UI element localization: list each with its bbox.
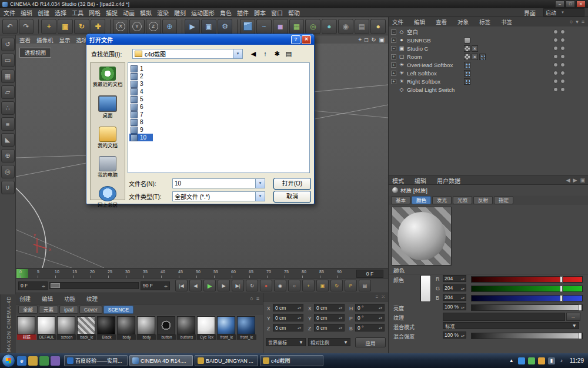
object-row[interactable]: −◇空白 (389, 28, 588, 36)
goto-end-button[interactable]: ▶| (232, 280, 244, 291)
menubar-item-1[interactable]: 编辑 (21, 8, 32, 17)
start-button[interactable] (2, 354, 15, 367)
pos-z-field[interactable]: 0 cm▴▾ (273, 324, 303, 331)
points-mode-button[interactable]: ∴ (1, 101, 15, 115)
material-menu-item-0[interactable]: 创建 (19, 294, 31, 303)
last-tool-button[interactable]: ✚ (91, 19, 106, 34)
coordinate-mode-select[interactable]: 世界坐标▼ (266, 338, 306, 346)
object-row[interactable]: −▣Studio C✕ (389, 44, 588, 52)
render-settings-button[interactable]: ⚙ (218, 19, 233, 34)
maximize-button[interactable]: □ (566, 1, 575, 8)
play-button[interactable]: ▶ (203, 280, 216, 291)
view-menu-icon[interactable]: ▤ (283, 49, 295, 59)
timeline-slider-handle[interactable] (51, 283, 60, 288)
quicklaunch-player-icon[interactable] (51, 356, 60, 366)
object-row[interactable]: +▢Room✕ (389, 52, 588, 61)
tex-tag-icon[interactable] (464, 54, 470, 60)
material-thumbnail[interactable] (57, 316, 75, 334)
menubar-item-11[interactable]: 运动图形 (191, 8, 215, 17)
record-keyframe-button[interactable]: ● (260, 280, 272, 291)
workplane-mode-button[interactable]: ▱ (1, 85, 15, 99)
lock-y-axis-button[interactable]: Y (129, 19, 145, 34)
dots-tag-icon[interactable] (464, 78, 470, 85)
filter-icon[interactable]: ▾ (576, 19, 579, 25)
material-item[interactable]: front_le (237, 316, 256, 340)
viewport-menu-item-2[interactable]: 显示 (59, 36, 71, 43)
view-toggle-icon[interactable]: ▣ (379, 37, 385, 43)
brightness-slider-handle[interactable] (579, 304, 582, 311)
size-z-field[interactable]: 0 cm▴▾ (314, 324, 345, 331)
material-thumbnail[interactable] (157, 316, 175, 334)
places-item[interactable]: 我的电脑 (91, 156, 124, 178)
menubar-item-7[interactable]: 动画 (123, 8, 135, 17)
channel-tab-0[interactable]: 基本 (391, 196, 410, 204)
quicklaunch-folder-icon[interactable] (28, 356, 38, 366)
rot-h-field[interactable]: 0 °▴▾ (355, 304, 385, 311)
material-item[interactable]: screen (57, 316, 76, 340)
prev-frame-button[interactable]: ◀ (189, 280, 202, 291)
channel-tab-1[interactable]: 颜色 (412, 196, 431, 204)
apply-button[interactable]: 应用 (355, 337, 386, 347)
history-back-icon[interactable]: ◀ (566, 177, 570, 183)
dots-tag-icon[interactable] (464, 70, 470, 77)
close-button[interactable]: ✕ (576, 1, 586, 8)
tray-network-icon[interactable]: ▮ (548, 357, 555, 364)
menu-icon[interactable]: ≡ (376, 294, 379, 300)
back-icon[interactable]: ◀ (248, 49, 259, 59)
dots-tag-icon[interactable] (479, 54, 486, 60)
material-item[interactable]: buttons (177, 316, 196, 340)
camera-button[interactable]: ◉ (338, 19, 353, 34)
dialog-help-button[interactable]: ? (291, 35, 300, 44)
object-row[interactable]: +◇Global Light Switch (389, 85, 588, 94)
up-one-level-icon[interactable]: ↑ (259, 49, 271, 59)
record-parameter-button[interactable]: P (345, 280, 357, 291)
menubar-item-12[interactable]: 角色 (220, 8, 232, 17)
expander-icon[interactable]: + (391, 62, 396, 68)
material-thumbnail[interactable] (117, 316, 135, 334)
taskbar-task[interactable]: CINEMA 4D R14.... (129, 355, 193, 366)
cancel-button[interactable]: 取消 (273, 191, 311, 203)
material-tab-2[interactable]: ipad (59, 306, 78, 314)
material-thumbnail[interactable] (237, 316, 255, 334)
clock[interactable]: 11:29 (570, 357, 584, 364)
snap-button[interactable]: ∪ (1, 181, 15, 194)
viewport-menu-item-1[interactable]: 摄像机 (36, 36, 54, 43)
menubar-item-0[interactable]: 文件 (4, 8, 15, 17)
history-forward-icon[interactable]: ▶ (573, 177, 577, 183)
edges-mode-button[interactable]: ≡ (1, 117, 15, 131)
menubar-item-2[interactable]: 创建 (38, 8, 49, 17)
render-picture-viewer-button[interactable]: ▣ (201, 19, 216, 34)
object-menu-item-1[interactable]: 编辑 (414, 18, 425, 26)
tex-tag-icon[interactable] (464, 45, 470, 52)
rotate-tool-button[interactable]: ↻ (74, 19, 89, 34)
channel-tab-4[interactable]: 反射 (473, 196, 493, 204)
timeline-ruler[interactable]: 051015202530354045505560657075808590 0 F (16, 268, 388, 279)
file-row[interactable]: 9 (129, 126, 155, 134)
file-row[interactable]: 5 (129, 95, 155, 103)
render-visibility-dot[interactable] (560, 29, 565, 34)
material-thumbnail[interactable] (97, 316, 115, 334)
attribute-menu-item-2[interactable]: 用户数据 (437, 176, 460, 185)
timeline-options-button[interactable]: ▤ (359, 280, 371, 291)
expander-icon[interactable]: − (391, 29, 396, 35)
material-tab-0[interactable]: 全部 (18, 306, 38, 314)
pos-x-field[interactable]: 0 cm▴▾ (273, 304, 303, 311)
material-item[interactable]: Cyc Tex (197, 316, 216, 340)
light-button[interactable]: ● (370, 19, 386, 34)
lock-tag-icon[interactable] (464, 37, 470, 44)
quicklaunch-security-icon[interactable] (39, 356, 49, 366)
mix-strength-slider-handle[interactable] (579, 333, 582, 339)
texture-browse-button[interactable]: ... (566, 313, 580, 321)
material-menu-item-1[interactable]: 编辑 (42, 294, 53, 303)
render-view-button[interactable]: ▶ (185, 19, 200, 34)
channel-tab-3[interactable]: 光照 (453, 196, 472, 204)
texture-mode-button[interactable]: ▦ (1, 69, 15, 83)
search-icon[interactable]: ○ (570, 19, 573, 25)
expander-icon[interactable]: − (391, 46, 396, 51)
render-visibility-dot[interactable] (560, 38, 565, 42)
places-item[interactable]: 我的文档 (91, 127, 124, 149)
places-item[interactable]: 桌面 (91, 95, 124, 119)
file-row[interactable]: 2 (129, 72, 155, 80)
subdivision-surface-button[interactable]: ◼ (273, 19, 288, 34)
channel-tab-5[interactable]: 指定 (494, 196, 513, 204)
